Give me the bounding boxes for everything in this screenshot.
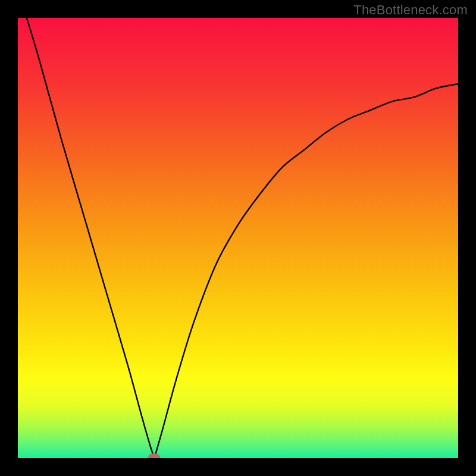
bottleneck-curve — [18, 18, 458, 458]
watermark-text: TheBottleneck.com — [353, 2, 468, 18]
plot-area — [18, 18, 458, 458]
minimum-marker — [148, 453, 160, 458]
chart-frame: TheBottleneck.com — [0, 0, 476, 476]
